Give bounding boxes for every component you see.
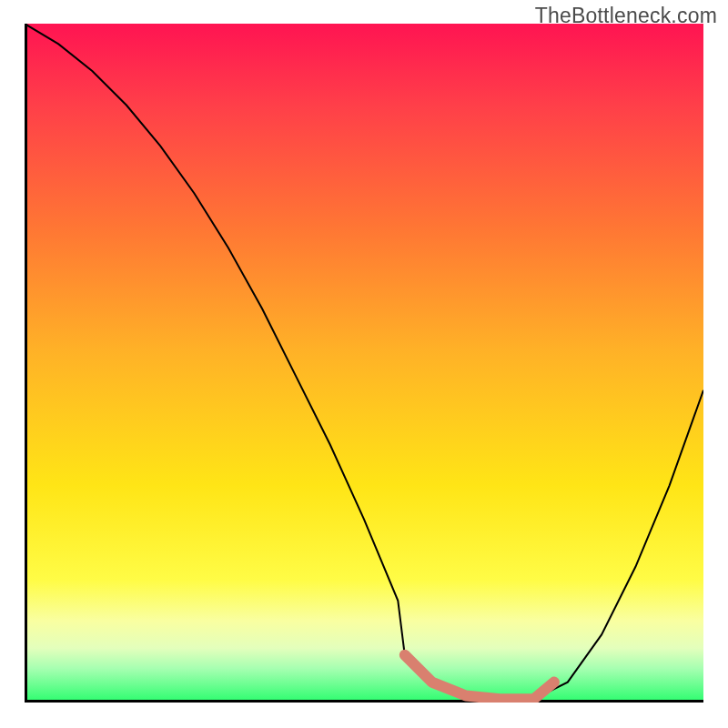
chart-plot-area xyxy=(25,24,703,703)
bottleneck-curve-line xyxy=(25,24,703,699)
optimal-range-line xyxy=(405,655,554,700)
chart-svg xyxy=(25,24,703,703)
